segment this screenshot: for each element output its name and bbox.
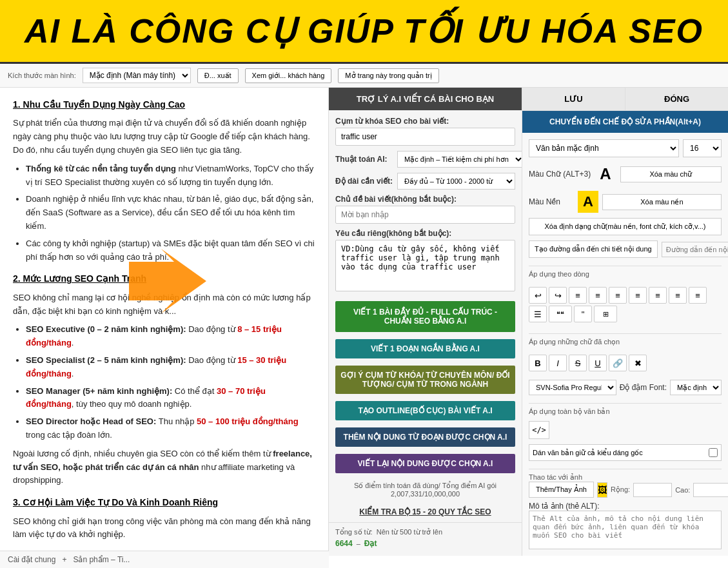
- list-item: Thống kê từ các nền tảng tuyển dụng như …: [26, 162, 315, 190]
- apply-all-label: Áp dụng toàn bộ văn bản: [529, 403, 722, 416]
- toolbar: Kích thước màn hình: Mặc định (Màn máy t…: [0, 64, 728, 88]
- btn-short-paragraph[interactable]: VIẾT 1 ĐOẠN NGẮN BẰNG A.I: [335, 339, 515, 358]
- quote-btn[interactable]: ❝❝: [549, 306, 572, 322]
- add-image-btn[interactable]: Thêm/Thay Ảnh: [529, 482, 594, 498]
- footer-word-value: 6644: [335, 539, 353, 548]
- ai-method-select[interactable]: Mặc định – Tiết kiệm chi phí hơn: [397, 151, 522, 168]
- settings-top-btns: LƯU ĐÓNG: [522, 88, 728, 111]
- paste-label: Dán văn bản giữ cả kiểu dáng gốc: [533, 449, 643, 457]
- text-style-row: SVN-Sofia Pro Regular Độ đậm Font: Mặc đ…: [529, 380, 722, 395]
- requirement-label: Yêu cầu riêng(không bắt buộc):: [335, 229, 515, 238]
- font-color-row: Màu Chữ (ALT+3) A Xóa màu chữ: [529, 162, 722, 186]
- strikethrough-btn[interactable]: S: [569, 355, 587, 371]
- article-heading-3: 3. Cơ Hội Làm Việc Tự Do Và Kinh Doanh R…: [13, 495, 315, 509]
- quote2-btn[interactable]: ": [574, 306, 592, 322]
- article-panel: 1. Nhu Cầu Tuyển Dụng Ngày Càng Cao Sự p…: [0, 88, 329, 556]
- align-btn-1[interactable]: ≡: [569, 287, 587, 304]
- list-item: Doanh nghiệp ở nhiều lĩnh vực khác nhau,…: [26, 193, 315, 233]
- delete-format-row: Xóa định dạng chữ(màu nền, font chữ, kíc…: [529, 218, 722, 235]
- font-family-select[interactable]: SVN-Sofia Pro Regular: [529, 380, 616, 395]
- btn-full-article[interactable]: VIẾT 1 BÀI ĐẦY ĐỦ - FULL CẤU TRÚC - CHUẨ…: [335, 301, 515, 332]
- article-heading-2: 2. Mức Lương SEO Cạnh Tranh: [13, 271, 315, 286]
- undo-btn[interactable]: ↩: [529, 287, 547, 304]
- alt-textarea[interactable]: [529, 511, 722, 549]
- apply-selected-label: Áp dụng những chữ đã chọn: [529, 333, 722, 346]
- format-toolbar-selected: B I S U 🔗 ✖: [529, 351, 722, 375]
- list-item: SEO Executive (0 – 2 năm kinh nghiệm): D…: [26, 323, 315, 350]
- header-banner: AI LÀ CÔNG CỤ GIÚP TỐI ƯU HÓA SEO: [0, 0, 728, 64]
- font-size-select[interactable]: 16: [683, 139, 722, 157]
- bg-color-preview[interactable]: A: [578, 191, 598, 213]
- ai-panel-footer: Tổng số từ: Nên từ 500 từ trở lên 6644 –…: [329, 522, 522, 556]
- paste-checkbox[interactable]: [709, 448, 718, 457]
- link-btn[interactable]: 🔗: [609, 355, 627, 371]
- align-btn-7[interactable]: ≡: [689, 287, 707, 304]
- bold-btn[interactable]: B: [529, 355, 547, 371]
- article-para-1: Sự phát triển của thương mại điện tử và …: [13, 117, 315, 157]
- keyword-label: Cụm từ khóa SEO cho bài viết:: [335, 117, 515, 126]
- preview-btn[interactable]: Xem giới... khách hàng: [245, 68, 332, 83]
- keyword-section: Cụm từ khóa SEO cho bài viết:: [335, 117, 515, 146]
- width-label: Rộng:: [611, 485, 630, 494]
- save-btn[interactable]: LƯU: [522, 88, 625, 110]
- italic-btn[interactable]: I: [549, 355, 567, 371]
- align-btn-5[interactable]: ≡: [649, 287, 667, 304]
- ai-stats: Số điểm tính toán đã dùng/ Tổng điểm AI …: [335, 478, 515, 499]
- height-input[interactable]: [693, 483, 728, 497]
- btn-rewrite[interactable]: VIẾT LẠI NỘI DUNG ĐƯỢC CHỌN A.I: [335, 454, 515, 473]
- ai-length-select[interactable]: Đầy đủ – Từ 1000 - 2000 từ: [397, 173, 515, 190]
- underline-btn[interactable]: U: [589, 355, 607, 371]
- redo-btn[interactable]: ↪: [549, 287, 567, 304]
- switch-btn[interactable]: CHUYỂN ĐẾN CHẾ ĐỘ SỬA PHẦN(Alt+A): [522, 111, 728, 133]
- manage-btn[interactable]: Mở trang này trong quản trị: [338, 68, 438, 83]
- alt-label: Mô tả ảnh (thẻ ALT):: [529, 502, 722, 511]
- remove-format-btn[interactable]: ✖: [629, 355, 647, 371]
- requirement-textarea[interactable]: VD:Dùng câu từ gây sốc, không viết traff…: [335, 240, 515, 291]
- btn-suggest-keywords[interactable]: GỢI Ý CỤM TỪ KHÓA/ TỪ CHUYÊN MÔN/ ĐỐI TƯ…: [335, 366, 515, 394]
- height-label: Cao:: [675, 486, 690, 494]
- font-type-select[interactable]: Văn bản mặc định: [529, 139, 679, 157]
- article-list-1: Thống kê từ các nền tảng tuyển dụng như …: [26, 162, 315, 264]
- ai-length-label: Độ dài cần viết:: [335, 177, 393, 186]
- tab-products[interactable]: Sản phẩm – Ti...: [73, 555, 130, 564]
- footer-dash: –: [357, 540, 360, 547]
- list-btn[interactable]: ☰: [529, 306, 547, 322]
- paste-btn[interactable]: Dán văn bản giữ cả kiểu dáng gốc: [529, 444, 722, 461]
- apply-section-label: Áp dụng theo dòng: [529, 266, 722, 279]
- create-link-btn[interactable]: Tạo đường dẫn đến chi tiết nội dung: [529, 240, 658, 258]
- screen-size-select[interactable]: Mặc định (Màn máy tính): [83, 68, 191, 83]
- keyword-input[interactable]: [335, 128, 515, 146]
- width-input[interactable]: [633, 483, 672, 497]
- settings-panel: LƯU ĐÓNG CHUYỂN ĐẾN CHẾ ĐỘ SỬA PHẦN(Alt+…: [522, 88, 728, 556]
- tab-settings[interactable]: Cài đặt chung: [8, 555, 55, 564]
- align-btn-2[interactable]: ≡: [589, 287, 607, 304]
- footer-word-label: Tổng số từ:: [335, 528, 373, 536]
- close-btn[interactable]: ĐÓNG: [625, 88, 728, 110]
- btn-add-content[interactable]: THÊM NỘI DUNG TỪ ĐOẠN ĐƯỢC CHỌN A.I: [335, 427, 515, 447]
- export-btn[interactable]: Đ... xuất: [197, 68, 239, 83]
- code-btn[interactable]: </>: [529, 421, 549, 439]
- ai-panel-body: Cụm từ khóa SEO cho bài viết: Thuật toán…: [329, 110, 522, 522]
- font-color-preview[interactable]: A: [595, 162, 616, 186]
- image-row: Thêm/Thay Ảnh 🖼 Rộng: Cao:: [529, 482, 722, 498]
- font-weight-select[interactable]: Mặc định: [670, 380, 722, 395]
- delete-formatting-btn[interactable]: Xóa định dạng chữ(màu nền, font chữ, kíc…: [529, 218, 722, 235]
- subject-input[interactable]: [335, 206, 515, 224]
- font-color-label: Màu Chữ (ALT+3): [529, 170, 591, 179]
- content-area: 1. Nhu Cầu Tuyển Dụng Ngày Càng Cao Sự p…: [0, 88, 728, 556]
- seo-check-btn[interactable]: KIỂM TRA BỘ 15 - 20 QUY TẮC SEO: [335, 504, 515, 520]
- align-btn-3[interactable]: ≡: [609, 287, 627, 304]
- article-bottom-bar: Cài đặt chung + Sản phẩm – Ti...: [0, 551, 329, 568]
- table-btn[interactable]: ⊞: [594, 306, 617, 322]
- clear-bg-btn[interactable]: Xóa màu nền: [602, 194, 722, 210]
- align-btn-6[interactable]: ≡: [669, 287, 687, 304]
- tab-add[interactable]: +: [62, 555, 66, 564]
- image-section-label: Thao tác với ảnh: [529, 469, 722, 482]
- subject-label: Chủ đề bài viết(không bắt buộc):: [335, 195, 515, 204]
- image-section: Thao tác với ảnh Thêm/Thay Ảnh 🖼 Rộng: C…: [529, 466, 722, 551]
- btn-outline[interactable]: TẠO OUTLINE(BỐ CỤC) BÀI VIẾT A.I: [335, 401, 515, 420]
- list-item: SEO Director hoặc Head of SEO: Thu nhập …: [26, 415, 315, 442]
- link-input[interactable]: [662, 242, 728, 257]
- align-btn-4[interactable]: ≡: [629, 287, 647, 304]
- clear-color-btn[interactable]: Xóa màu chữ: [620, 166, 722, 182]
